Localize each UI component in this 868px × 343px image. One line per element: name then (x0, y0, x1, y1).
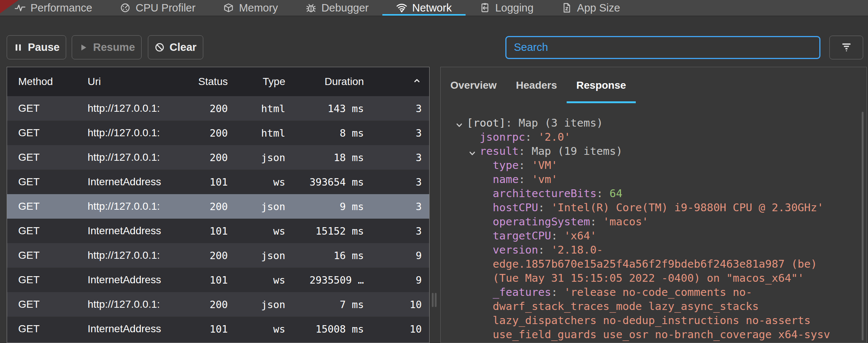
cell-id: 3 (369, 145, 429, 170)
tab-network[interactable]: Network (382, 0, 465, 16)
tab-overview[interactable]: Overview (441, 67, 506, 103)
json-segment: : (519, 173, 532, 186)
json-segment: : (538, 244, 551, 256)
response-json-tree: [root]: Map (3 items)jsonrpc: '2.0'resul… (441, 116, 867, 342)
pause-label: Pause (28, 41, 59, 53)
cell-id: 3 (369, 121, 429, 145)
tab-label: Response (576, 79, 626, 91)
main-tabbar: Performance CPU Profiler Memory Debugger… (0, 0, 868, 16)
cell-status: 101 (179, 170, 231, 194)
tab-app-size[interactable]: App Size (547, 0, 634, 16)
cell-duration: 8 ms (289, 121, 369, 145)
json-line: [root]: Map (3 items) (441, 116, 867, 130)
json-segment: jsonrpc (480, 131, 525, 143)
json-segment: result (480, 145, 519, 157)
tab-label: CPU Profiler (136, 2, 195, 14)
cell-uri: InternetAddress (72, 317, 180, 341)
network-request-row[interactable]: GEThttp://127.0.0.1:200json18 ms3 (7, 145, 429, 170)
network-request-row[interactable]: GEThttp://127.0.0.1:200json16 ms9 (7, 243, 429, 268)
json-segment: : (596, 187, 609, 200)
json-segment: lazy_dispatchers no-dedup_instructions n… (493, 314, 811, 327)
cell-type: html (231, 96, 289, 121)
cell-uri: http://127.0.0.1: (72, 292, 180, 317)
search-input[interactable] (505, 36, 820, 59)
json-segment: architectureBits (493, 187, 596, 200)
resume-button[interactable]: Resume (72, 35, 142, 59)
cell-status: 200 (179, 243, 231, 268)
clear-button[interactable]: Clear (148, 35, 203, 59)
column-header-status[interactable]: Status (179, 67, 231, 96)
table-body: GEThttp://127.0.0.1:200html143 ms3GEThtt… (7, 96, 429, 341)
scrollbar-thumb[interactable] (862, 112, 864, 340)
json-segment: Map (3 items) (519, 117, 603, 129)
cell-duration: 9 ms (289, 194, 369, 219)
cell-uri: http://127.0.0.1: (72, 194, 180, 219)
network-request-row[interactable]: GETInternetAddress101ws393654 ms3 (7, 170, 429, 194)
json-line: lazy_dispatchers no-dedup_instructions n… (441, 313, 867, 327)
column-header-type[interactable]: Type (231, 67, 289, 96)
cell-duration: 18 ms (289, 145, 369, 170)
column-header-uri[interactable]: Uri (72, 67, 180, 96)
json-line: version: '2.18.0- (441, 243, 867, 257)
table-header: Method Uri Status Type Duration (7, 67, 429, 96)
json-segment: use_field_guards use_osr no-branch_cover… (493, 328, 830, 341)
json-segment: '2.0' (538, 131, 570, 143)
cell-uri: InternetAddress (72, 219, 180, 243)
column-header-duration[interactable]: Duration (289, 67, 369, 96)
json-line: targetCPU: 'x64' (441, 229, 867, 243)
network-request-row[interactable]: GETInternetAddress101ws2935509 …9 (7, 268, 429, 292)
active-tab-underline (567, 101, 636, 103)
json-line: dwarf_stack_traces_mode lazy_async_stack… (441, 299, 867, 313)
network-request-row[interactable]: GEThttp://127.0.0.1:200json9 ms3 (7, 194, 429, 219)
cell-method: GET (7, 219, 72, 243)
network-request-row[interactable]: GETInternetAddress101ws15152 ms3 (7, 219, 429, 243)
filter-icon (841, 41, 852, 53)
tab-memory[interactable]: Memory (209, 0, 292, 16)
tab-label: Performance (30, 2, 92, 14)
cell-status: 200 (179, 292, 231, 317)
json-segment: 'VM' (532, 159, 558, 172)
cell-uri: http://127.0.0.1: (72, 243, 180, 268)
pause-button[interactable]: Pause (7, 35, 66, 59)
json-segment: '2.18.0- (551, 244, 603, 256)
cell-type: ws (231, 170, 289, 194)
cell-type: html (231, 121, 289, 145)
cell-duration: 393654 ms (289, 170, 369, 194)
tab-debugger[interactable]: Debugger (292, 0, 382, 16)
network-request-row[interactable]: GEThttp://127.0.0.1:200json7 ms10 (7, 292, 429, 317)
network-request-row[interactable]: GETInternetAddress101ws15008 ms10 (7, 317, 429, 341)
splitter-bar (432, 293, 434, 307)
column-header-id[interactable] (369, 67, 429, 96)
json-segment: 'release no-code_comments no- (564, 286, 752, 298)
json-segment: : (519, 159, 532, 172)
tab-cpu-profiler[interactable]: CPU Profiler (106, 0, 209, 16)
cell-id: 3 (369, 194, 429, 219)
json-segment: [root] (467, 117, 506, 129)
cell-type: json (231, 243, 289, 268)
cell-method: GET (7, 121, 72, 145)
json-segment: edge.1857b670e15a25f4a56f2f9bdeb6f2463e8… (493, 258, 817, 270)
tab-response[interactable]: Response (567, 67, 636, 103)
tab-logging[interactable]: Logging (466, 0, 547, 16)
cell-method: GET (7, 194, 72, 219)
tab-headers[interactable]: Headers (506, 67, 567, 103)
cell-status: 101 (179, 219, 231, 243)
memory-icon (223, 2, 234, 13)
cell-id: 10 (369, 317, 429, 341)
tab-label: Headers (516, 79, 557, 91)
cell-duration: 2935509 … (289, 268, 369, 292)
column-header-method[interactable]: Method (7, 67, 72, 96)
cell-status: 200 (179, 145, 231, 170)
network-request-row[interactable]: GEThttp://127.0.0.1:200html8 ms3 (7, 121, 429, 145)
split-drag-handle[interactable] (432, 293, 437, 307)
network-request-row[interactable]: GEThttp://127.0.0.1:200html143 ms3 (7, 96, 429, 121)
tab-label: Logging (495, 2, 534, 14)
filter-button[interactable] (829, 36, 863, 59)
app-size-icon (561, 2, 572, 13)
clear-label: Clear (169, 41, 197, 53)
cell-type: ws (231, 317, 289, 341)
json-segment: : (551, 286, 564, 298)
json-segment: version (493, 244, 538, 256)
tab-label: Memory (239, 2, 278, 14)
json-line: architectureBits: 64 (441, 186, 867, 200)
